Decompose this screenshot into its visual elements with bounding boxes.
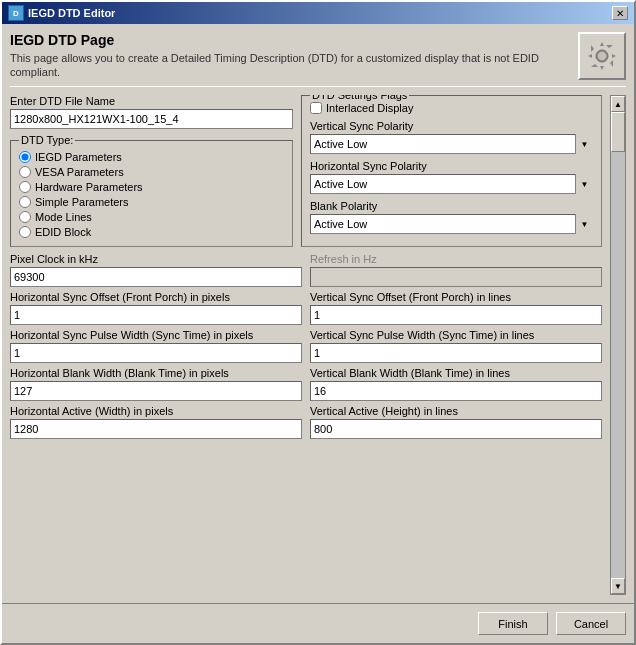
file-name-section: Enter DTD File Name [10,95,293,130]
v-sync-offset-label: Vertical Sync Offset (Front Porch) in li… [310,291,602,303]
h-active-label: Horizontal Active (Width) in pixels [10,405,302,417]
vertical-sync-label: Vertical Sync Polarity [310,120,593,132]
v-sync-pulse-label: Vertical Sync Pulse Width (Sync Time) in… [310,329,602,341]
scroll-container: Enter DTD File Name DTD Type: IEGD Param… [10,95,602,595]
title-bar-left: D IEGD DTD Editor [8,5,115,21]
v-blank-label: Vertical Blank Width (Blank Time) in lin… [310,367,602,379]
dtd-type-title: DTD Type: [19,134,75,146]
h-blank-cell: Horizontal Blank Width (Blank Time) in p… [10,367,302,401]
page-title: IEGD DTD Page [10,32,570,48]
radio-hardware-input[interactable] [19,181,31,193]
vertical-sync-select[interactable]: Active Low Active High [310,134,593,154]
v-sync-offset-input[interactable] [310,305,602,325]
file-name-label: Enter DTD File Name [10,95,293,107]
blank-polarity-label: Blank Polarity [310,200,593,212]
refresh-hz-input [310,267,602,287]
h-sync-offset-input[interactable] [10,305,302,325]
h-sync-pulse-label: Horizontal Sync Pulse Width (Sync Time) … [10,329,302,341]
dtd-settings-title: DTD Settings Flags [310,95,409,101]
left-panel: Enter DTD File Name DTD Type: IEGD Param… [10,95,293,247]
main-window: D IEGD DTD Editor ✕ IEGD DTD Page This p… [0,0,636,645]
horizontal-sync-select[interactable]: Active Low Active High [310,174,593,194]
header-separator [10,86,626,87]
v-active-input[interactable] [310,419,602,439]
v-active-cell: Vertical Active (Height) in lines [310,405,602,439]
pixel-clock-input[interactable] [10,267,302,287]
v-active-label: Vertical Active (Height) in lines [310,405,602,417]
h-blank-label: Horizontal Blank Width (Blank Time) in p… [10,367,302,379]
file-name-input[interactable] [10,109,293,129]
blank-polarity-select[interactable]: Active Low Active High [310,214,593,234]
h-sync-pulse-input[interactable] [10,343,302,363]
h-sync-pulse-cell: Horizontal Sync Pulse Width (Sync Time) … [10,329,302,363]
radio-iegd[interactable]: IEGD Parameters [19,151,284,163]
radio-mode-lines[interactable]: Mode Lines [19,211,284,223]
main-area: Enter DTD File Name DTD Type: IEGD Param… [10,95,626,595]
radio-iegd-label: IEGD Parameters [35,151,122,163]
footer: Finish Cancel [2,603,634,643]
vertical-sync-wrapper: Active Low Active High ▼ [310,134,593,154]
pixel-clock-cell: Pixel Clock in kHz [10,253,302,287]
scroll-down-button[interactable]: ▼ [611,578,625,594]
radio-simple-label: Simple Parameters [35,196,129,208]
v-blank-cell: Vertical Blank Width (Blank Time) in lin… [310,367,602,401]
cancel-button[interactable]: Cancel [556,612,626,635]
refresh-hz-cell: Refresh in Hz [310,253,602,287]
interlaced-checkbox[interactable] [310,102,322,114]
pixel-clock-row: Pixel Clock in kHz Refresh in Hz [10,253,602,287]
scroll-thumb[interactable] [611,112,625,152]
v-sync-pulse-input[interactable] [310,343,602,363]
window-title: IEGD DTD Editor [28,7,115,19]
title-bar: D IEGD DTD Editor ✕ [2,2,634,24]
radio-edid-label: EDID Block [35,226,91,238]
radio-mode-lines-label: Mode Lines [35,211,92,223]
radio-vesa[interactable]: VESA Parameters [19,166,284,178]
close-button[interactable]: ✕ [612,6,628,20]
radio-simple[interactable]: Simple Parameters [19,196,284,208]
h-active-input[interactable] [10,419,302,439]
page-icon [578,32,626,80]
radio-hardware-label: Hardware Parameters [35,181,143,193]
radio-hardware[interactable]: Hardware Parameters [19,181,284,193]
scroll-up-button[interactable]: ▲ [611,96,625,112]
radio-edid[interactable]: EDID Block [19,226,284,238]
page-description: This page allows you to create a Detaile… [10,51,570,80]
refresh-hz-label: Refresh in Hz [310,253,602,265]
radio-simple-input[interactable] [19,196,31,208]
svg-text:D: D [13,9,19,18]
blank-polarity-wrapper: Active Low Active High ▼ [310,214,593,234]
svg-point-3 [597,51,607,61]
dtd-type-group: DTD Type: IEGD Parameters VESA Parameter… [10,140,293,247]
bottom-section: Pixel Clock in kHz Refresh in Hz Horizon… [10,253,602,439]
radio-iegd-input[interactable] [19,151,31,163]
page-header-text: IEGD DTD Page This page allows you to cr… [10,32,570,80]
scrollbar[interactable]: ▲ ▼ [610,95,626,595]
radio-vesa-label: VESA Parameters [35,166,124,178]
h-sync-offset-cell: Horizontal Sync Offset (Front Porch) in … [10,291,302,325]
h-active-cell: Horizontal Active (Width) in pixels [10,405,302,439]
v-sync-pulse-cell: Vertical Sync Pulse Width (Sync Time) in… [310,329,602,363]
h-blank-input[interactable] [10,381,302,401]
sync-offset-row: Horizontal Sync Offset (Front Porch) in … [10,291,602,325]
app-icon: D [8,5,24,21]
pixel-clock-label: Pixel Clock in kHz [10,253,302,265]
horizontal-sync-wrapper: Active Low Active High ▼ [310,174,593,194]
horizontal-sync-section: Horizontal Sync Polarity Active Low Acti… [310,160,593,194]
v-blank-input[interactable] [310,381,602,401]
radio-edid-input[interactable] [19,226,31,238]
interlaced-label: Interlaced Display [326,102,413,114]
vertical-sync-section: Vertical Sync Polarity Active Low Active… [310,120,593,154]
radio-mode-lines-input[interactable] [19,211,31,223]
scroll-track [611,112,625,578]
sync-pulse-row: Horizontal Sync Pulse Width (Sync Time) … [10,329,602,363]
page-header: IEGD DTD Page This page allows you to cr… [10,32,626,80]
horizontal-sync-label: Horizontal Sync Polarity [310,160,593,172]
blank-polarity-section: Blank Polarity Active Low Active High ▼ [310,200,593,234]
h-sync-offset-label: Horizontal Sync Offset (Front Porch) in … [10,291,302,303]
blank-width-row: Horizontal Blank Width (Blank Time) in p… [10,367,602,401]
v-sync-offset-cell: Vertical Sync Offset (Front Porch) in li… [310,291,602,325]
dtd-settings-section: DTD Settings Flags Interlaced Display Ve… [301,95,602,247]
radio-vesa-input[interactable] [19,166,31,178]
interlaced-row: Interlaced Display [310,102,593,114]
finish-button[interactable]: Finish [478,612,548,635]
